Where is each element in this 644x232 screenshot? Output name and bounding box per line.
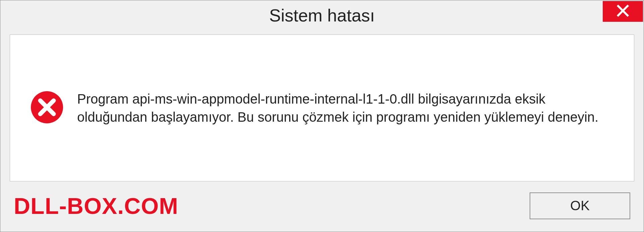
content-panel: Program api-ms-win-appmodel-runtime-inte… bbox=[10, 35, 634, 181]
close-button[interactable] bbox=[603, 1, 643, 22]
titlebar: Sistem hatası bbox=[0, 0, 644, 31]
ok-button[interactable]: OK bbox=[530, 192, 630, 219]
ok-button-label: OK bbox=[570, 198, 590, 213]
close-icon bbox=[616, 4, 630, 19]
dialog-footer: DLL-BOX.COM OK bbox=[0, 188, 644, 232]
error-icon bbox=[30, 91, 64, 125]
error-dialog: Sistem hatası Program api-ms-win-appmode… bbox=[0, 0, 644, 232]
error-message: Program api-ms-win-appmodel-runtime-inte… bbox=[77, 90, 614, 126]
watermark-text: DLL-BOX.COM bbox=[14, 193, 178, 219]
dialog-title: Sistem hatası bbox=[269, 5, 375, 25]
